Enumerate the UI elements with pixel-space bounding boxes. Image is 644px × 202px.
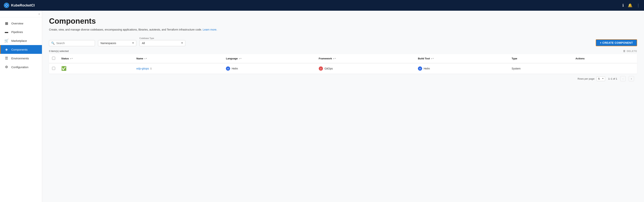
pagination-bar: Rows per page: 5 10 25 50 1–1 of 1 ‹ › (49, 74, 637, 84)
rows-per-page-select[interactable]: 5 10 25 50 (596, 76, 605, 81)
table-header-row: Status ▲▼ Name ▲▼ Language ▲▼ (49, 54, 637, 63)
rows-per-page-wrap: Rows per page: 5 10 25 50 (578, 76, 605, 81)
top-header: KubeRocketCI ℹ 🔔 ⋮ (0, 0, 644, 11)
sidebar-item-label-marketplace: Marketplace (11, 39, 27, 42)
sidebar-item-environments[interactable]: ☰ Environments (0, 54, 42, 63)
sidebar-item-marketplace[interactable]: 🛒 Marketplace (0, 36, 42, 45)
row-checkbox-cell (49, 63, 58, 74)
bell-icon[interactable]: 🔔 (628, 3, 632, 8)
language-sort-arrows: ▲▼ (239, 58, 242, 59)
pipelines-icon: ▬ (4, 30, 8, 34)
th-checkbox (49, 54, 58, 63)
next-page-button[interactable]: › (629, 76, 634, 81)
sidebar-collapse-button[interactable]: ‹ (39, 12, 40, 16)
environments-icon: ☰ (4, 56, 8, 60)
sidebar-item-overview[interactable]: ▦ Overview (0, 19, 42, 28)
selection-count: 0 item(s) selected (49, 50, 69, 53)
selection-bar: 0 item(s) selected 🗑 DELETE (49, 50, 637, 53)
th-framework[interactable]: Framework ▲▼ (316, 54, 415, 63)
header-left: KubeRocketCI (4, 3, 35, 8)
select-all-checkbox[interactable] (52, 57, 55, 60)
th-type: Type (508, 54, 572, 63)
sidebar-item-label-configuration: Configuration (11, 66, 28, 69)
sidebar-item-pipelines[interactable]: ▬ Pipelines (0, 28, 42, 36)
sidebar-nav: ▦ Overview ▬ Pipelines 🛒 Marketplace ◈ C… (0, 17, 42, 202)
main-content: Components Create, view, and manage dive… (42, 11, 644, 202)
components-table: Status ▲▼ Name ▲▼ Language ▲▼ (49, 54, 637, 74)
build-tool-sort-arrows: ▲▼ (431, 58, 434, 59)
components-icon: ◈ (4, 47, 8, 52)
name-sort-arrows: ▲▼ (144, 58, 147, 59)
table-header: Status ▲▼ Name ▲▼ Language ▲▼ (49, 54, 637, 63)
sidebar-item-configuration[interactable]: ⚙ Configuration (0, 63, 42, 71)
configuration-icon: ⚙ (4, 65, 8, 69)
header-right: ℹ 🔔 ⋮ (622, 3, 640, 8)
page-description: Create, view, and manage diverse codebas… (49, 28, 637, 32)
th-build-tool[interactable]: Build Tool ▲▼ (415, 54, 508, 63)
toolbar: 🔍 Namespaces Codebase Type All Applicati… (49, 37, 637, 46)
svg-text:G: G (320, 68, 322, 70)
more-icon[interactable]: ⋮ (636, 3, 640, 8)
sidebar-item-label-pipelines: Pipelines (11, 30, 23, 34)
create-component-button[interactable]: + CREATE COMPONENT (596, 39, 637, 46)
th-status[interactable]: Status ▲▼ (58, 54, 134, 63)
row-language-cell: H Helm (223, 63, 316, 74)
sidebar-collapse-area: ‹ (0, 11, 42, 17)
learn-more-link[interactable]: Learn more. (203, 28, 217, 31)
codebase-type-label: Codebase Type (139, 37, 185, 39)
th-language[interactable]: Language ▲▼ (223, 54, 316, 63)
search-box: 🔍 (49, 40, 95, 46)
main-layout: ‹ ▦ Overview ▬ Pipelines 🛒 Marketplace ◈… (0, 11, 644, 202)
info-icon[interactable]: ℹ (622, 3, 624, 8)
row-actions-cell (572, 63, 637, 74)
row-build-tool-cell: H Helm (415, 63, 508, 74)
gitops-framework-icon: G (319, 66, 323, 71)
marketplace-icon: 🛒 (4, 39, 8, 43)
svg-point-0 (4, 3, 9, 8)
trash-icon: 🗑 (623, 50, 626, 53)
row-framework-cell: G GitOps (316, 63, 415, 74)
th-actions: Actions (572, 54, 637, 63)
helm-language-icon: H (226, 66, 230, 71)
delete-button[interactable]: 🗑 DELETE (623, 50, 637, 53)
delete-label: DELETE (627, 50, 637, 53)
page-info: 1–1 of 1 (608, 77, 617, 80)
overview-icon: ▦ (4, 21, 8, 25)
sidebar-item-label-environments: Environments (11, 57, 29, 60)
helm-buildtool-icon: H (418, 66, 422, 71)
row-type-cell: System (508, 63, 572, 74)
table-body: ✅ edp-gitops ℹ H Helm (49, 63, 637, 74)
svg-text:H: H (420, 68, 421, 70)
sidebar: ‹ ▦ Overview ▬ Pipelines 🛒 Marketplace ◈… (0, 11, 42, 202)
framework-sort-arrows: ▲▼ (333, 58, 336, 59)
component-name-link[interactable]: edp-gitops (136, 67, 149, 70)
codebase-type-select[interactable]: All Application Library Autotest Infrast… (139, 40, 185, 46)
search-icon: 🔍 (51, 41, 55, 45)
th-name[interactable]: Name ▲▼ (134, 54, 223, 63)
app-title: KubeRocketCI (11, 3, 35, 7)
row-name-cell: edp-gitops ℹ (134, 63, 223, 74)
prev-page-button[interactable]: ‹ (620, 76, 626, 81)
row-status-cell: ✅ (58, 63, 134, 74)
app-logo (4, 3, 9, 8)
status-sort-arrows: ▲▼ (70, 58, 73, 59)
row-checkbox[interactable] (52, 67, 55, 70)
rows-per-page-label: Rows per page: (578, 77, 595, 80)
status-ok-icon: ✅ (61, 66, 66, 71)
component-info-icon[interactable]: ℹ (150, 67, 152, 70)
sidebar-item-label-components: Components (11, 48, 28, 51)
sidebar-item-label-overview: Overview (11, 22, 23, 25)
namespace-select-wrap: Namespaces (98, 40, 136, 46)
codebase-type-wrap: Codebase Type All Application Library Au… (139, 37, 185, 46)
page-title: Components (49, 17, 637, 25)
table-row: ✅ edp-gitops ℹ H Helm (49, 63, 637, 74)
svg-text:H: H (228, 68, 229, 70)
search-input[interactable] (56, 42, 93, 45)
namespaces-select[interactable]: Namespaces (98, 40, 136, 46)
sidebar-item-components[interactable]: ◈ Components (0, 45, 42, 54)
